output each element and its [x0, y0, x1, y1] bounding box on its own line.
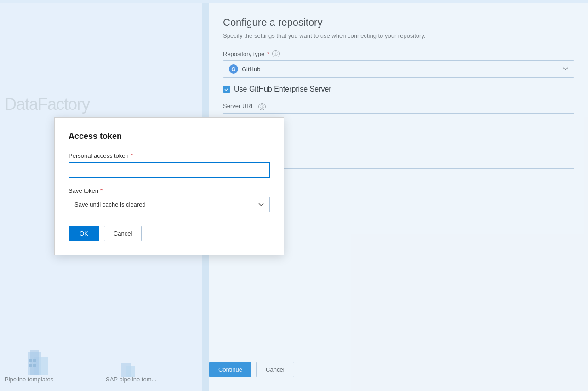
personal-token-input[interactable]	[69, 162, 270, 178]
access-token-modal: Access token Personal access token * Sav…	[54, 117, 284, 255]
modal-action-buttons: OK Cancel	[69, 226, 270, 241]
modal-title: Access token	[69, 132, 270, 141]
personal-token-required: *	[131, 152, 133, 159]
save-token-chevron-icon	[258, 203, 264, 207]
save-token-label: Save token	[69, 187, 98, 194]
save-token-value: Save until cache is cleared	[74, 201, 146, 208]
save-token-label-row: Save token *	[69, 187, 270, 194]
personal-token-label-row: Personal access token *	[69, 152, 270, 159]
cancel-button[interactable]: Cancel	[104, 226, 142, 241]
save-token-required: *	[100, 187, 103, 194]
save-token-select[interactable]: Save until cache is cleared	[69, 197, 270, 212]
ok-button[interactable]: OK	[69, 226, 99, 241]
personal-token-label: Personal access token	[69, 152, 129, 159]
